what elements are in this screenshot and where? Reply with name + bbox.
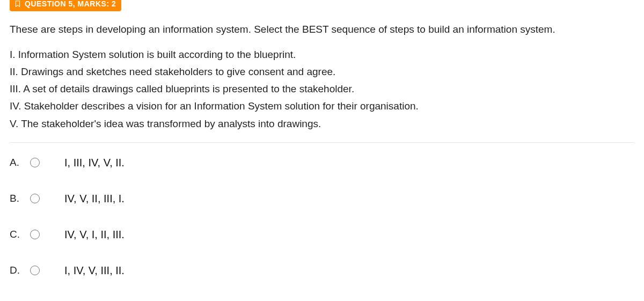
option-letter: B. bbox=[10, 193, 20, 204]
option-b-text: IV, V, II, III, I. bbox=[64, 193, 125, 205]
question-badge: QUESTION 5, MARKS: 2 bbox=[10, 0, 121, 11]
statement-item: IV. Stakeholder describes a vision for a… bbox=[10, 98, 634, 115]
option-d-radio[interactable] bbox=[30, 266, 40, 275]
option-letter: C. bbox=[10, 229, 20, 240]
option-b[interactable]: B. IV, V, II, III, I. bbox=[10, 181, 634, 217]
answer-options: A. I, III, IV, V, II. B. IV, V, II, III,… bbox=[10, 145, 634, 289]
option-letter: A. bbox=[10, 157, 20, 168]
statement-item: V. The stakeholder's idea was transforme… bbox=[10, 115, 634, 133]
option-a-radio[interactable] bbox=[30, 158, 40, 167]
statement-item: III. A set of details drawings called bl… bbox=[10, 80, 634, 98]
option-c[interactable]: C. IV, V, I, II, III. bbox=[10, 217, 634, 253]
statement-item: II. Drawings and sketches need stakehold… bbox=[10, 63, 634, 80]
option-d[interactable]: D. I, IV, V, III, II. bbox=[10, 253, 634, 289]
option-a-text: I, III, IV, V, II. bbox=[64, 157, 125, 169]
question-statements: I. Information System solution is built … bbox=[10, 46, 634, 143]
bookmark-icon bbox=[14, 0, 21, 8]
question-badge-label: QUESTION 5, MARKS: 2 bbox=[25, 0, 116, 8]
option-b-radio[interactable] bbox=[30, 194, 40, 203]
option-d-text: I, IV, V, III, II. bbox=[64, 265, 125, 277]
option-c-text: IV, V, I, II, III. bbox=[64, 229, 125, 241]
option-letter: D. bbox=[10, 265, 20, 276]
question-prompt: These are steps in developing an informa… bbox=[10, 22, 634, 38]
statement-item: I. Information System solution is built … bbox=[10, 46, 634, 63]
option-c-radio[interactable] bbox=[30, 230, 40, 239]
option-a[interactable]: A. I, III, IV, V, II. bbox=[10, 145, 634, 181]
